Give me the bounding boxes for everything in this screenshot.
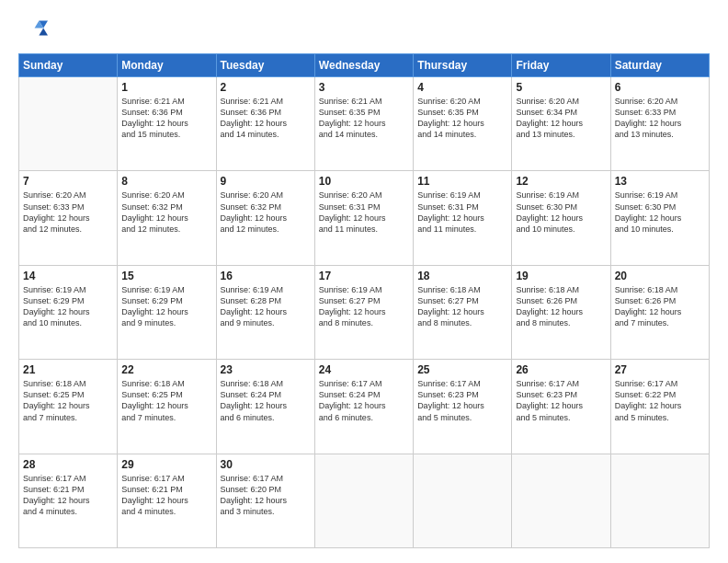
- day-number: 29: [121, 458, 211, 471]
- calendar-cell: [314, 454, 413, 547]
- day-number: 1: [121, 81, 211, 94]
- weekday-saturday: Saturday: [610, 54, 709, 77]
- calendar-cell: 9Sunrise: 6:20 AMSunset: 6:32 PMDaylight…: [216, 171, 314, 265]
- calendar-cell: 12Sunrise: 6:19 AMSunset: 6:30 PMDayligh…: [512, 171, 610, 265]
- day-info: Sunrise: 6:20 AMSunset: 6:32 PMDaylight:…: [221, 190, 311, 235]
- day-number: 24: [319, 363, 409, 376]
- day-number: 7: [23, 175, 113, 188]
- day-number: 30: [221, 458, 311, 471]
- header: [18, 15, 710, 44]
- day-number: 19: [516, 270, 606, 282]
- calendar-cell: 7Sunrise: 6:20 AMSunset: 6:33 PMDaylight…: [19, 171, 118, 265]
- day-number: 8: [121, 175, 211, 188]
- day-info: Sunrise: 6:21 AMSunset: 6:35 PMDaylight:…: [319, 96, 409, 141]
- day-number: 23: [221, 363, 311, 376]
- day-info: Sunrise: 6:19 AMSunset: 6:29 PMDaylight:…: [23, 284, 113, 329]
- day-number: 4: [417, 81, 507, 94]
- day-number: 14: [23, 270, 113, 282]
- calendar-week-5: 28Sunrise: 6:17 AMSunset: 6:21 PMDayligh…: [19, 454, 710, 547]
- calendar-cell: 28Sunrise: 6:17 AMSunset: 6:21 PMDayligh…: [19, 454, 118, 547]
- day-info: Sunrise: 6:17 AMSunset: 6:20 PMDaylight:…: [221, 473, 311, 518]
- calendar-cell: 2Sunrise: 6:21 AMSunset: 6:36 PMDaylight…: [216, 77, 314, 171]
- day-info: Sunrise: 6:19 AMSunset: 6:30 PMDaylight:…: [615, 190, 705, 235]
- weekday-tuesday: Tuesday: [216, 54, 314, 77]
- calendar-cell: 25Sunrise: 6:17 AMSunset: 6:23 PMDayligh…: [414, 360, 512, 454]
- day-info: Sunrise: 6:18 AMSunset: 6:24 PMDaylight:…: [221, 378, 311, 423]
- day-info: Sunrise: 6:18 AMSunset: 6:25 PMDaylight:…: [121, 378, 211, 423]
- weekday-friday: Friday: [512, 54, 610, 77]
- day-number: 10: [319, 175, 409, 188]
- day-info: Sunrise: 6:20 AMSunset: 6:33 PMDaylight:…: [23, 190, 113, 235]
- calendar-week-1: 1Sunrise: 6:21 AMSunset: 6:36 PMDaylight…: [19, 77, 710, 171]
- calendar-cell: 3Sunrise: 6:21 AMSunset: 6:35 PMDaylight…: [314, 77, 413, 171]
- day-number: 5: [516, 81, 606, 94]
- weekday-monday: Monday: [118, 54, 216, 77]
- calendar-cell: 19Sunrise: 6:18 AMSunset: 6:26 PMDayligh…: [512, 265, 610, 359]
- day-number: 9: [221, 175, 311, 188]
- calendar-cell: 26Sunrise: 6:17 AMSunset: 6:23 PMDayligh…: [512, 360, 610, 454]
- calendar-cell: 6Sunrise: 6:20 AMSunset: 6:33 PMDaylight…: [610, 77, 709, 171]
- day-number: 18: [417, 270, 507, 282]
- svg-marker-1: [39, 28, 48, 35]
- calendar-cell: 16Sunrise: 6:19 AMSunset: 6:28 PMDayligh…: [216, 265, 314, 359]
- calendar-week-3: 14Sunrise: 6:19 AMSunset: 6:29 PMDayligh…: [19, 265, 710, 359]
- calendar-cell: 13Sunrise: 6:19 AMSunset: 6:30 PMDayligh…: [610, 171, 709, 265]
- calendar-cell: 27Sunrise: 6:17 AMSunset: 6:22 PMDayligh…: [610, 360, 709, 454]
- calendar-cell: 20Sunrise: 6:18 AMSunset: 6:26 PMDayligh…: [610, 265, 709, 359]
- calendar-cell: 4Sunrise: 6:20 AMSunset: 6:35 PMDaylight…: [414, 77, 512, 171]
- calendar-table: SundayMondayTuesdayWednesdayThursdayFrid…: [18, 53, 710, 548]
- logo-icon: [18, 15, 48, 44]
- calendar-cell: 30Sunrise: 6:17 AMSunset: 6:20 PMDayligh…: [216, 454, 314, 547]
- day-number: 11: [417, 175, 507, 188]
- page: SundayMondayTuesdayWednesdayThursdayFrid…: [0, 0, 728, 563]
- calendar-body: 1Sunrise: 6:21 AMSunset: 6:36 PMDaylight…: [19, 77, 710, 548]
- day-info: Sunrise: 6:17 AMSunset: 6:21 PMDaylight:…: [121, 473, 211, 518]
- calendar-cell: [19, 77, 118, 171]
- day-number: 28: [23, 458, 113, 471]
- day-info: Sunrise: 6:21 AMSunset: 6:36 PMDaylight:…: [121, 96, 211, 141]
- day-info: Sunrise: 6:17 AMSunset: 6:24 PMDaylight:…: [319, 378, 409, 423]
- day-info: Sunrise: 6:17 AMSunset: 6:23 PMDaylight:…: [417, 378, 507, 423]
- day-info: Sunrise: 6:20 AMSunset: 6:32 PMDaylight:…: [121, 190, 211, 235]
- day-number: 13: [615, 175, 705, 188]
- day-number: 2: [221, 81, 311, 94]
- day-number: 21: [23, 363, 113, 376]
- logo: [18, 15, 51, 44]
- calendar-cell: 10Sunrise: 6:20 AMSunset: 6:31 PMDayligh…: [314, 171, 413, 265]
- calendar-cell: [414, 454, 512, 547]
- weekday-wednesday: Wednesday: [314, 54, 413, 77]
- day-info: Sunrise: 6:19 AMSunset: 6:27 PMDaylight:…: [319, 284, 409, 329]
- weekday-sunday: Sunday: [19, 54, 118, 77]
- calendar-cell: 5Sunrise: 6:20 AMSunset: 6:34 PMDaylight…: [512, 77, 610, 171]
- day-number: 27: [615, 363, 705, 376]
- calendar-cell: 18Sunrise: 6:18 AMSunset: 6:27 PMDayligh…: [414, 265, 512, 359]
- day-info: Sunrise: 6:18 AMSunset: 6:26 PMDaylight:…: [615, 284, 705, 329]
- calendar-cell: 15Sunrise: 6:19 AMSunset: 6:29 PMDayligh…: [118, 265, 216, 359]
- calendar-cell: 17Sunrise: 6:19 AMSunset: 6:27 PMDayligh…: [314, 265, 413, 359]
- calendar-cell: [512, 454, 610, 547]
- calendar-cell: 29Sunrise: 6:17 AMSunset: 6:21 PMDayligh…: [118, 454, 216, 547]
- day-number: 22: [121, 363, 211, 376]
- calendar-cell: 8Sunrise: 6:20 AMSunset: 6:32 PMDaylight…: [118, 171, 216, 265]
- day-number: 3: [319, 81, 409, 94]
- day-number: 25: [417, 363, 507, 376]
- day-number: 12: [516, 175, 606, 188]
- day-info: Sunrise: 6:20 AMSunset: 6:33 PMDaylight:…: [615, 96, 705, 141]
- weekday-header-row: SundayMondayTuesdayWednesdayThursdayFrid…: [19, 54, 710, 77]
- day-number: 26: [516, 363, 606, 376]
- day-info: Sunrise: 6:19 AMSunset: 6:29 PMDaylight:…: [121, 284, 211, 329]
- day-info: Sunrise: 6:20 AMSunset: 6:31 PMDaylight:…: [319, 190, 409, 235]
- calendar-cell: 1Sunrise: 6:21 AMSunset: 6:36 PMDaylight…: [118, 77, 216, 171]
- day-info: Sunrise: 6:20 AMSunset: 6:35 PMDaylight:…: [417, 96, 507, 141]
- day-info: Sunrise: 6:18 AMSunset: 6:25 PMDaylight:…: [23, 378, 113, 423]
- day-info: Sunrise: 6:19 AMSunset: 6:30 PMDaylight:…: [516, 190, 606, 235]
- calendar-cell: 21Sunrise: 6:18 AMSunset: 6:25 PMDayligh…: [19, 360, 118, 454]
- calendar-week-2: 7Sunrise: 6:20 AMSunset: 6:33 PMDaylight…: [19, 171, 710, 265]
- day-info: Sunrise: 6:17 AMSunset: 6:21 PMDaylight:…: [23, 473, 113, 518]
- day-number: 15: [121, 270, 211, 282]
- day-info: Sunrise: 6:18 AMSunset: 6:26 PMDaylight:…: [516, 284, 606, 329]
- calendar-cell: 23Sunrise: 6:18 AMSunset: 6:24 PMDayligh…: [216, 360, 314, 454]
- day-info: Sunrise: 6:18 AMSunset: 6:27 PMDaylight:…: [417, 284, 507, 329]
- calendar-week-4: 21Sunrise: 6:18 AMSunset: 6:25 PMDayligh…: [19, 360, 710, 454]
- day-number: 16: [221, 270, 311, 282]
